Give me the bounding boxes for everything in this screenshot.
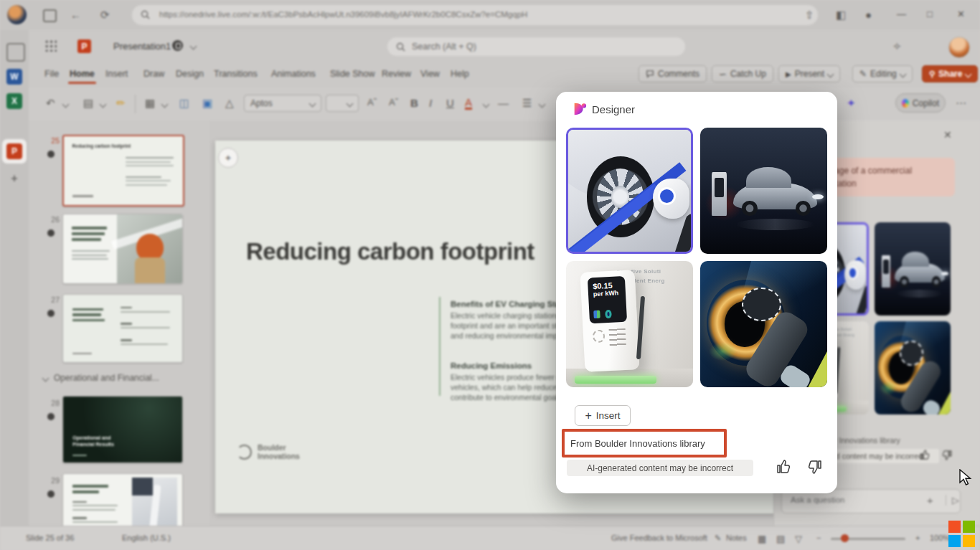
copilot-button[interactable]: Copilot	[895, 93, 946, 113]
font-size-chevron-icon[interactable]	[347, 100, 354, 107]
share-chevron-icon[interactable]	[965, 70, 972, 77]
language-selector[interactable]: English (U.S.)	[122, 534, 171, 542]
tab-draw[interactable]: Draw	[143, 69, 164, 79]
designer-image-1[interactable]	[566, 128, 693, 254]
send-icon[interactable]: ▷	[946, 495, 959, 506]
m365-home-icon[interactable]	[6, 43, 25, 62]
thumbs-up-icon[interactable]	[919, 449, 931, 461]
panel-result-image-4[interactable]	[875, 321, 951, 414]
more-options-icon[interactable]: ⋯	[956, 97, 966, 110]
extension-icon[interactable]	[43, 9, 57, 22]
comment-indicator[interactable]	[47, 413, 55, 420]
word-icon[interactable]: W	[6, 69, 22, 85]
attach-plus-icon[interactable]: +	[927, 494, 933, 506]
zoom-slider-handle[interactable]	[841, 534, 849, 542]
shrink-font-icon[interactable]: Aˇ	[389, 97, 398, 108]
editing-chevron-icon[interactable]	[899, 70, 906, 77]
feedback-link[interactable]: Give Feedback to Microsoft	[611, 534, 707, 542]
tab-view[interactable]: View	[420, 69, 440, 79]
file-name[interactable]: Presentation1	[113, 41, 171, 52]
slide-sorter-icon[interactable]: ▤	[776, 534, 785, 544]
account-avatar[interactable]	[948, 37, 970, 58]
picture-icon[interactable]: ▣	[202, 97, 212, 110]
font-chevron-icon[interactable]	[309, 100, 316, 107]
catch-up-button[interactable]: ∽ Catch Up	[712, 65, 773, 82]
thumbs-down-icon[interactable]	[806, 458, 823, 475]
comment-indicator[interactable]	[47, 310, 55, 317]
designer-pane-icon[interactable]: ✦	[847, 97, 856, 110]
address-bar[interactable]: https://onedrive.live.com/:w:/t/EaC3bPsb…	[132, 5, 818, 25]
grow-font-icon[interactable]: Aˆ	[367, 97, 377, 108]
tab-slide-show[interactable]: Slide Show	[330, 69, 375, 79]
slideshow-view-icon[interactable]: ▽	[795, 534, 802, 544]
designer-image-2[interactable]	[700, 128, 827, 254]
present-button[interactable]: ▶ Present	[778, 65, 840, 82]
comment-indicator[interactable]	[47, 490, 55, 498]
slide-thumbnail-28[interactable]: Operational and Financial Results	[62, 396, 183, 463]
format-painter-icon[interactable]: ✏	[116, 97, 126, 110]
extensions-puzzle-icon[interactable]: ◧	[836, 9, 846, 22]
slide-title[interactable]: Reducing carbon footprint	[246, 238, 534, 265]
designer-image-3[interactable]: novative Solutir Efficient Energ $0.15 p…	[566, 261, 693, 387]
thumbs-down-icon[interactable]	[941, 449, 953, 461]
tab-design[interactable]: Design	[176, 69, 204, 79]
tab-animations[interactable]: Animations	[271, 69, 316, 79]
section-header[interactable]: Operational and Financial...	[43, 373, 159, 383]
search-box[interactable]: Search (Alt + Q)	[387, 37, 685, 56]
bold-icon[interactable]: B	[410, 97, 418, 109]
new-slide-chevron-icon[interactable]	[161, 101, 169, 108]
thumbs-up-icon[interactable]	[776, 458, 793, 475]
browser-account-icon[interactable]: ●	[865, 9, 872, 21]
tab-review[interactable]: Review	[382, 69, 411, 79]
font-color-chevron-icon[interactable]	[483, 101, 490, 108]
undo-icon[interactable]: ↶	[46, 97, 55, 110]
designer-suggestion-button[interactable]: ✦	[218, 148, 238, 168]
slide-thumbnail-25[interactable]: Reducing carbon footprint	[62, 135, 184, 207]
app-launcher-icon[interactable]	[44, 39, 57, 52]
font-name-select[interactable]: Aptos	[244, 95, 321, 112]
shapes-icon[interactable]: △	[225, 97, 234, 110]
bullets-chevron-icon[interactable]	[539, 101, 546, 108]
editing-mode-button[interactable]: ✎ Editing	[852, 65, 913, 82]
layout-icon[interactable]: ◫	[179, 97, 189, 110]
notes-toggle[interactable]: Notes	[726, 534, 747, 542]
file-menu-chevron-icon[interactable]	[190, 43, 197, 50]
tab-transitions[interactable]: Transitions	[214, 69, 258, 79]
paste-chevron-icon[interactable]	[100, 101, 107, 108]
minimize-button[interactable]: —	[897, 9, 906, 19]
paste-icon[interactable]: ▤	[83, 97, 93, 110]
excel-icon[interactable]: X	[6, 93, 22, 109]
designer-image-4[interactable]	[700, 261, 827, 387]
tab-home[interactable]: Home	[70, 69, 95, 79]
insert-button[interactable]: + Insert	[575, 405, 631, 426]
comment-indicator[interactable]	[47, 151, 55, 158]
notes-pencil-icon[interactable]: ✎	[715, 534, 721, 543]
bullets-icon[interactable]: ☰	[522, 97, 532, 110]
tab-help[interactable]: Help	[451, 69, 469, 79]
slide-thumbnail-27[interactable]	[62, 294, 183, 363]
send-to-icon[interactable]: ⇧	[805, 9, 814, 22]
tab-insert[interactable]: Insert	[105, 69, 128, 79]
back-icon[interactable]: ←	[70, 9, 81, 21]
close-panel-icon[interactable]: ✕	[943, 129, 952, 141]
tab-file[interactable]: File	[44, 69, 59, 79]
sparkle-icon[interactable]: ✧	[892, 40, 902, 53]
comment-indicator[interactable]	[47, 229, 55, 237]
share-button[interactable]: ⚲ Share	[922, 65, 978, 82]
font-color-icon[interactable]: A	[465, 97, 472, 110]
browser-profile-avatar[interactable]	[7, 5, 27, 24]
create-new-icon[interactable]: +	[6, 171, 22, 186]
section-collapse-chevron-icon[interactable]	[42, 374, 50, 381]
zoom-out-icon[interactable]: −	[816, 534, 821, 542]
slide-thumbnail-26[interactable]	[62, 214, 183, 284]
present-chevron-icon[interactable]	[827, 70, 834, 77]
comments-button[interactable]: Comments	[639, 65, 707, 82]
undo-chevron-icon[interactable]	[62, 101, 70, 108]
zoom-in-icon[interactable]: +	[915, 534, 920, 542]
font-size-select[interactable]	[326, 95, 359, 112]
slide-count[interactable]: Slide 25 of 36	[26, 534, 74, 542]
normal-view-icon[interactable]: ▦	[758, 534, 766, 544]
italic-icon[interactable]: I	[429, 97, 432, 109]
panel-result-image-2[interactable]	[875, 222, 951, 316]
refresh-icon[interactable]: ⟳	[100, 9, 110, 22]
